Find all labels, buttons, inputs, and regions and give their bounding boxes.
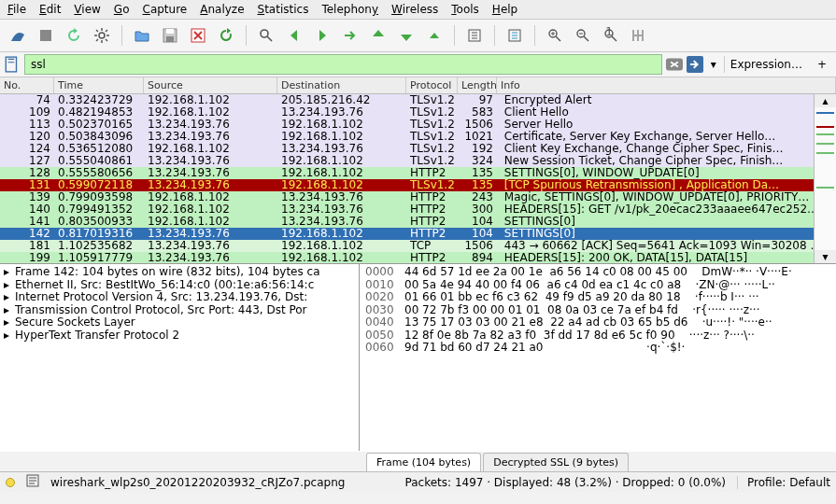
svg-line-6 bbox=[96, 30, 98, 32]
tree-expand-icon[interactable]: ▸ bbox=[4, 329, 15, 343]
packet-row[interactable]: 1270.55504086113.234.193.76192.168.1.102… bbox=[0, 155, 836, 167]
expert-info-led-icon[interactable] bbox=[6, 478, 15, 487]
zoom-reset-icon[interactable]: 1 bbox=[599, 23, 623, 48]
column-header-destination[interactable]: Destination bbox=[277, 77, 406, 93]
restart-icon[interactable] bbox=[62, 23, 86, 48]
packet-list-pane: No.TimeSourceDestinationProtocolLengthIn… bbox=[0, 77, 836, 264]
status-bar: wireshark_wlp2s0_20201220203932_cRJZo7.p… bbox=[0, 471, 836, 492]
packet-overview-strip[interactable]: ▴ ▾ bbox=[814, 94, 836, 263]
tree-expand-icon[interactable]: ▸ bbox=[4, 291, 15, 304]
detail-panes: ▸Frame 142: 104 bytes on wire (832 bits)… bbox=[0, 264, 836, 451]
scroll-down-icon[interactable]: ▾ bbox=[815, 250, 836, 263]
packet-row[interactable]: 1280.55558065613.234.193.76192.168.1.102… bbox=[0, 167, 836, 179]
packet-row[interactable]: 740.332423729192.168.1.102205.185.216.42… bbox=[0, 94, 836, 106]
tree-item[interactable]: ▸Ethernet II, Src: BestItWo_56:14:c0 (00… bbox=[4, 279, 355, 292]
toolbar-separator bbox=[454, 25, 455, 46]
clear-filter-icon[interactable] bbox=[666, 56, 683, 73]
menu-view[interactable]: View bbox=[74, 3, 100, 16]
autoscroll-icon[interactable] bbox=[462, 23, 487, 48]
go-down-icon[interactable] bbox=[394, 23, 418, 48]
hex-line[interactable]: 0040 13 75 17 03 03 00 21 e8 22 a4 ad cb… bbox=[365, 316, 830, 329]
packet-bytes-hex[interactable]: 0000 44 6d 57 1d ee 2a 00 1e a6 56 14 c0… bbox=[360, 264, 836, 451]
tree-expand-icon[interactable]: ▸ bbox=[4, 304, 15, 317]
menu-file[interactable]: File bbox=[7, 3, 26, 16]
hex-line[interactable]: 0000 44 6d 57 1d ee 2a 00 1e a6 56 14 c0… bbox=[365, 266, 830, 279]
tree-item[interactable]: ▸Frame 142: 104 bytes on wire (832 bits)… bbox=[4, 266, 355, 279]
packet-row[interactable]: 1400.799491352192.168.1.10213.234.193.76… bbox=[0, 203, 836, 216]
tree-item[interactable]: ▸Secure Sockets Layer bbox=[4, 316, 355, 329]
svg-point-14 bbox=[261, 30, 268, 37]
hex-line[interactable]: 0010 00 5a 4e 94 40 00 f4 06 a6 c4 0d ea… bbox=[365, 279, 830, 292]
shark-fin-icon[interactable] bbox=[6, 23, 30, 48]
tree-expand-icon[interactable]: ▸ bbox=[4, 266, 15, 279]
packet-row[interactable]: 1811.10253568213.234.193.76192.168.1.102… bbox=[0, 240, 836, 252]
menu-capture[interactable]: Capture bbox=[142, 3, 187, 16]
column-header-info[interactable]: Info bbox=[497, 77, 836, 93]
scroll-up-icon[interactable]: ▴ bbox=[815, 94, 836, 107]
packet-row[interactable]: 1390.799093598192.168.1.10213.234.193.76… bbox=[0, 191, 836, 203]
tab-frame-bytes[interactable]: Frame (104 bytes) bbox=[366, 453, 481, 471]
packet-row[interactable]: 1240.536512080192.168.1.10213.234.193.76… bbox=[0, 143, 836, 155]
menu-telephony[interactable]: Telephony bbox=[321, 3, 378, 16]
tree-expand-icon[interactable]: ▸ bbox=[4, 279, 15, 292]
menu-tools[interactable]: Tools bbox=[451, 3, 479, 16]
packet-details-tree[interactable]: ▸Frame 142: 104 bytes on wire (832 bits)… bbox=[0, 264, 360, 451]
close-x-icon[interactable] bbox=[186, 23, 210, 48]
hex-line[interactable]: 0060 9d 71 bd 60 d7 24 21 a0 ·q·`·$!· bbox=[365, 342, 830, 355]
hex-line[interactable]: 0050 12 8f 0e 8b 7a 82 a3 f0 3f dd 17 8d… bbox=[365, 329, 830, 343]
go-back-icon[interactable] bbox=[282, 23, 306, 48]
column-header-length[interactable]: Length bbox=[458, 77, 497, 93]
packet-row[interactable]: 1420.81701931613.234.193.76192.168.1.102… bbox=[0, 228, 836, 240]
menu-wireless[interactable]: Wireless bbox=[391, 3, 438, 16]
packet-row[interactable]: 1410.803500933192.168.1.10213.234.193.76… bbox=[0, 216, 836, 228]
packet-row[interactable]: 1310.59907211813.234.193.76192.168.1.102… bbox=[0, 179, 836, 191]
overview-mark bbox=[816, 133, 834, 135]
svg-line-21 bbox=[584, 36, 588, 41]
save-icon[interactable] bbox=[158, 23, 182, 48]
hex-line[interactable]: 0030 00 72 7b f3 00 00 01 01 08 0a 03 ce… bbox=[365, 304, 830, 317]
tab-decrypted-ssl[interactable]: Decrypted SSL (9 bytes) bbox=[483, 453, 629, 471]
hex-line[interactable]: 0020 01 66 01 bb ec f6 c3 62 49 f9 d5 a9… bbox=[365, 291, 830, 304]
column-header-time[interactable]: Time bbox=[54, 77, 144, 93]
display-filter-input[interactable] bbox=[24, 54, 662, 75]
menubar: FileEditViewGoCaptureAnalyzeStatisticsTe… bbox=[0, 0, 836, 20]
column-header-source[interactable]: Source bbox=[144, 77, 277, 93]
zoom-in-icon[interactable] bbox=[543, 23, 567, 48]
tree-item[interactable]: ▸HyperText Transfer Protocol 2 bbox=[4, 329, 355, 343]
reload-icon[interactable] bbox=[214, 23, 238, 48]
open-folder-icon[interactable] bbox=[130, 23, 154, 48]
jump-icon[interactable] bbox=[338, 23, 362, 48]
menu-edit[interactable]: Edit bbox=[39, 3, 61, 16]
stop-icon[interactable] bbox=[34, 23, 58, 48]
find-icon[interactable] bbox=[254, 23, 278, 48]
menu-analyze[interactable]: Analyze bbox=[200, 3, 244, 16]
svg-rect-12 bbox=[166, 36, 174, 42]
packet-row[interactable]: 1991.10591777913.234.193.76192.168.1.102… bbox=[0, 252, 836, 264]
go-forward-icon[interactable] bbox=[310, 23, 334, 48]
filter-history-dropdown[interactable]: ▾ bbox=[707, 58, 720, 71]
packet-row[interactable]: 1200.50384309613.234.193.76192.168.1.102… bbox=[0, 131, 836, 143]
packet-list-rows[interactable]: 740.332423729192.168.1.102205.185.216.42… bbox=[0, 94, 836, 264]
profile-label[interactable]: Profile: Default bbox=[737, 476, 830, 489]
menu-go[interactable]: Go bbox=[114, 3, 130, 16]
tree-expand-icon[interactable]: ▸ bbox=[4, 316, 15, 329]
column-header-protocol[interactable]: Protocol bbox=[406, 77, 458, 93]
column-header-no[interactable]: No. bbox=[0, 77, 54, 93]
resize-cols-icon[interactable] bbox=[627, 23, 651, 48]
options-gear-icon[interactable] bbox=[90, 23, 114, 48]
colorize-icon[interactable] bbox=[503, 23, 527, 48]
filter-bookmark-icon[interactable] bbox=[4, 56, 21, 73]
svg-text:1: 1 bbox=[605, 27, 613, 38]
menu-help[interactable]: Help bbox=[492, 3, 517, 16]
menu-statistics[interactable]: Statistics bbox=[258, 3, 309, 16]
expression-button[interactable]: Expression… bbox=[724, 56, 808, 73]
zoom-out-icon[interactable] bbox=[571, 23, 595, 48]
tree-item[interactable]: ▸Transmission Control Protocol, Src Port… bbox=[4, 304, 355, 317]
apply-filter-icon[interactable] bbox=[687, 56, 703, 73]
go-up-icon[interactable] bbox=[366, 23, 390, 48]
tree-item[interactable]: ▸Internet Protocol Version 4, Src: 13.23… bbox=[4, 291, 355, 304]
packet-row[interactable]: 1130.50237016513.234.193.76192.168.1.102… bbox=[0, 119, 836, 131]
go-top-icon[interactable] bbox=[422, 23, 446, 48]
add-filter-button[interactable]: + bbox=[812, 56, 832, 73]
packet-row[interactable]: 1090.482194853192.168.1.10213.234.193.76… bbox=[0, 106, 836, 119]
